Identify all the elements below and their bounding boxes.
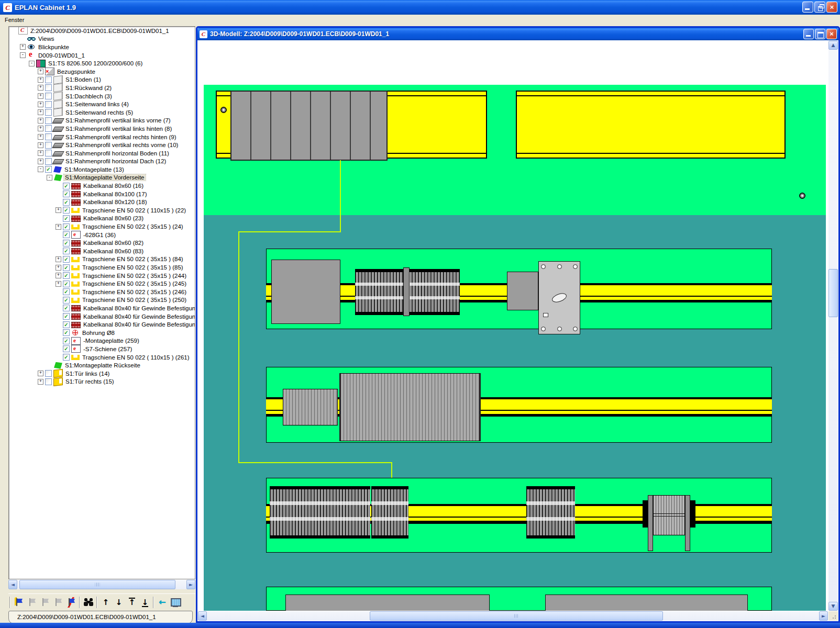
main-titlebar[interactable]: C EPLAN Cabinet 1.9 ×: [0, 0, 840, 15]
expand-toggle[interactable]: +: [38, 77, 43, 83]
accept-flag-button[interactable]: [26, 596, 38, 609]
item-checkbox[interactable]: ✓: [63, 329, 70, 336]
item-checkbox[interactable]: ✓: [63, 231, 70, 238]
tree-item[interactable]: -S1:TS 8206.500 1200/2000/600 (6): [9, 59, 195, 68]
expand-toggle[interactable]: +: [56, 265, 61, 271]
item-checkbox[interactable]: ✓: [63, 338, 70, 344]
expand-toggle[interactable]: +: [56, 273, 61, 278]
scroll-left-button[interactable]: ◄: [8, 580, 17, 589]
add-flag-button[interactable]: [13, 596, 25, 609]
model-titlebar[interactable]: C 3D-Modell: Z:2004\D009\D009-01WD01.ECB…: [197, 28, 838, 40]
previous-flag-button[interactable]: [52, 596, 64, 609]
item-checkbox[interactable]: ✓: [63, 297, 70, 304]
item-checkbox[interactable]: ✓: [63, 223, 70, 230]
tree-item[interactable]: ✓-628G1 (36): [9, 231, 195, 239]
expand-toggle[interactable]: +: [38, 118, 43, 124]
item-checkbox[interactable]: ✓: [63, 305, 70, 311]
item-checkbox[interactable]: ✓: [63, 248, 70, 254]
item-checkbox[interactable]: ✓: [63, 256, 70, 263]
tree-item[interactable]: ✓Kabelkanal 80x100 (17): [9, 190, 195, 198]
item-checkbox[interactable]: [45, 150, 52, 156]
tree-item[interactable]: +S1:Seitenwand rechts (5): [9, 108, 195, 117]
tree-item[interactable]: +✓Tragschiene EN 50 022 ( 35x15 ) (84): [9, 255, 195, 264]
item-checkbox[interactable]: ✓: [63, 199, 70, 206]
item-checkbox[interactable]: ✓: [63, 288, 70, 295]
model-horizontal-scrollbar[interactable]: ◄ ►: [198, 611, 828, 621]
tree-item[interactable]: +S1:Seitenwand links (4): [9, 100, 195, 108]
move-to-bottom-button[interactable]: [139, 596, 151, 609]
item-checkbox[interactable]: [45, 370, 52, 377]
scroll-up-button[interactable]: ▲: [828, 41, 838, 50]
expand-toggle[interactable]: +: [56, 207, 61, 213]
tree-item[interactable]: +✓Tragschiene EN 50 022 ( 35x15 ) (245): [9, 279, 195, 288]
expand-toggle[interactable]: +: [38, 150, 43, 156]
tree-item[interactable]: +S1:Dachblech (3): [9, 92, 195, 100]
scroll-right-button[interactable]: ►: [819, 611, 828, 621]
tree-item[interactable]: +S1:Rahmenprofil vertikal rechts hinten …: [9, 133, 195, 141]
expand-toggle[interactable]: +: [38, 93, 43, 99]
restore-button[interactable]: [814, 2, 825, 13]
item-checkbox[interactable]: ✓: [63, 240, 70, 246]
item-checkbox[interactable]: [45, 133, 52, 140]
scrollbar-thumb[interactable]: [19, 580, 175, 589]
model-minimize-button[interactable]: [803, 29, 814, 39]
model-close-button[interactable]: ×: [826, 29, 837, 39]
item-checkbox[interactable]: [45, 125, 52, 132]
expand-toggle[interactable]: +: [56, 281, 61, 287]
tree-item[interactable]: ✓Tragschiene EN 50 022 ( 110x15 ) (261): [9, 353, 195, 362]
tree-item[interactable]: -D009-01WD01_1: [9, 51, 195, 60]
tree-item[interactable]: ✓Kabelkanal 80x60 (16): [9, 182, 195, 190]
expand-toggle[interactable]: +: [38, 126, 43, 131]
edit-flag-button[interactable]: [65, 596, 78, 609]
move-up-button[interactable]: [100, 596, 112, 609]
expand-toggle[interactable]: +: [38, 371, 43, 376]
expand-toggle[interactable]: +: [38, 102, 43, 107]
item-checkbox[interactable]: [45, 117, 52, 124]
item-checkbox[interactable]: ✓: [63, 215, 70, 222]
item-checkbox[interactable]: ✓: [63, 354, 70, 361]
resize-grip[interactable]: [828, 611, 838, 621]
item-checkbox[interactable]: ✓: [63, 321, 70, 328]
tree-item[interactable]: ✓Bohrung Ø8: [9, 329, 195, 337]
tree-item[interactable]: +S1:Tür rechts (15): [9, 378, 195, 386]
tree-item[interactable]: ✓Tragschiene EN 50 022 ( 35x15 ) (246): [9, 288, 195, 296]
tree-item[interactable]: ✓Kabelkanal 80x60 (82): [9, 239, 195, 247]
item-checkbox[interactable]: ✓: [63, 313, 70, 320]
tree-item[interactable]: +✓Tragschiene EN 50 022 ( 35x15 ) (24): [9, 222, 195, 231]
expand-toggle[interactable]: +: [38, 159, 43, 164]
project-tree[interactable]: Z:2004\D009\D009-01WD01.ECB\D009-01WD01_…: [8, 26, 195, 579]
scroll-right-button[interactable]: ►: [186, 580, 195, 589]
item-checkbox[interactable]: [45, 101, 52, 108]
item-checkbox[interactable]: [45, 142, 52, 149]
tree-item[interactable]: Views: [9, 35, 195, 43]
item-checkbox[interactable]: ✓: [63, 281, 70, 287]
expand-toggle[interactable]: +: [38, 109, 43, 115]
expand-toggle[interactable]: -: [38, 166, 43, 172]
menu-item-fenster[interactable]: Fenster: [0, 15, 29, 25]
close-button[interactable]: ×: [826, 2, 837, 13]
item-checkbox[interactable]: [45, 93, 52, 99]
screen-button[interactable]: [169, 596, 182, 609]
tree-item[interactable]: +Blickpunkte: [9, 43, 195, 51]
tree-item[interactable]: ✓Kabelkanal 80x40 für Gewinde Befestigun…: [9, 320, 195, 329]
tree-item[interactable]: ✓Kabelkanal 80x40 für Gewinde Befestigun…: [9, 304, 195, 312]
item-checkbox[interactable]: ✓: [63, 345, 70, 352]
expand-toggle[interactable]: +: [38, 69, 43, 74]
expand-toggle[interactable]: -: [47, 175, 52, 181]
next-flag-button[interactable]: [39, 596, 51, 609]
expand-toggle[interactable]: +: [38, 142, 43, 148]
scroll-down-button[interactable]: ▼: [828, 602, 838, 611]
tree-item[interactable]: +S1:Rahmenprofil horizontal Boden (11): [9, 149, 195, 158]
model-vertical-scrollbar[interactable]: ▲ ▼: [828, 41, 838, 611]
item-checkbox[interactable]: ✓: [63, 183, 70, 189]
tree-item[interactable]: ✓Kabelkanal 80x60 (23): [9, 215, 195, 223]
expand-toggle[interactable]: +: [56, 256, 61, 262]
move-to-top-button[interactable]: [126, 596, 138, 609]
scroll-left-button[interactable]: ◄: [198, 611, 207, 621]
tree-item[interactable]: ✓Kabelkanal 80x40 für Gewinde Befestigun…: [9, 312, 195, 321]
tree-item[interactable]: ✓Tragschiene EN 50 022 ( 35x15 ) (250): [9, 296, 195, 305]
tree-item[interactable]: +✓Tragschiene EN 50 022 ( 35x15 ) (85): [9, 263, 195, 272]
item-checkbox[interactable]: ✓: [63, 272, 70, 279]
item-checkbox[interactable]: [45, 158, 52, 165]
project-path-tab[interactable]: Z:2004\D009\D009-01WD01.ECB\D009-01WD01_…: [8, 611, 193, 624]
